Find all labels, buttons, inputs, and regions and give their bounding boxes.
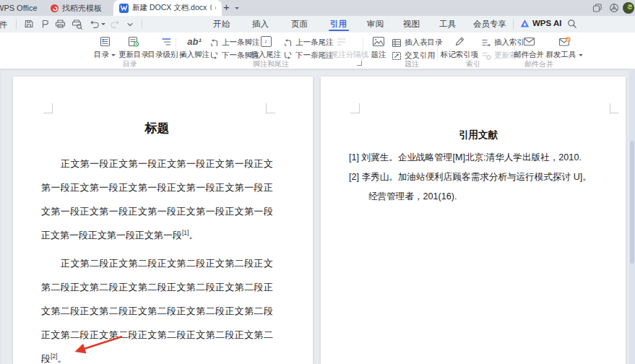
wps-ai-icon [520,19,530,28]
menu-insert[interactable]: 插入 [252,19,269,30]
footnote-group-label: 脚注和尾注 [238,59,303,69]
file-menu[interactable]: 文件 [0,20,7,30]
print-preview-icon[interactable] [72,19,83,30]
menu-home[interactable]: 开始 [213,19,230,30]
redo-icon[interactable] [111,20,120,29]
group-send-button[interactable]: 群发工具 [545,35,584,60]
margin-mark [350,103,360,113]
page-1[interactable]: 标题 正文第一段正文第一段正文第一段正文第一段正文 第一段正文第一段正文第一段正… [13,77,313,364]
mail-merge-button[interactable]: 邮件合并 [511,35,546,60]
divider [16,20,17,29]
index-group-label: 索引 [452,59,495,69]
mark-index-button[interactable]: 标记索引项 [439,35,480,60]
search-icon[interactable] [567,19,577,29]
menu-references[interactable]: 引用 [330,19,347,30]
footnote-separator-icon [336,35,347,48]
body-line: 第二段正文第二段正文第二段正文第二段正文第二段正 [41,275,273,299]
margin-mark [43,103,53,113]
insert-endnote-icon: i [261,35,272,48]
body-line: 文第一段正文第一段正文第一段正文第一段正文第一段 [41,199,273,223]
service-icon[interactable] [609,3,619,13]
avatar[interactable] [623,2,634,14]
menu-view[interactable]: 视图 [403,19,420,30]
export-pdf-icon[interactable] [40,19,50,29]
tab-docer-label: 找稻壳模板 [62,3,102,14]
screen-share-icon[interactable] [210,4,212,12]
group-separator [176,38,176,61]
references-heading: 引用文献 [349,129,608,142]
margin-mark [266,103,275,113]
reference-entry: [2] 李秀山。加油站便利店顾客需求分析与运行模式探讨 U]。 [349,168,592,187]
prev-footnote-icon [209,38,219,47]
menu-tools[interactable]: 工具 [439,19,456,30]
insert-footnote-button[interactable]: ab¹ 插入脚注 [178,35,210,60]
scrollbar-thumb[interactable] [630,141,634,264]
group-separator [437,38,438,61]
tab-app[interactable]: WPS Office [0,4,38,12]
document-title: 标题 [41,120,273,136]
body-line: 正文第一段正文第一段正文第一段正文第一段正文 [41,152,273,176]
caption-icon [372,35,385,48]
menu-page[interactable]: 页面 [291,19,308,30]
tab-document-label: 新建 DOCX 文档.docx [132,3,207,13]
body-line: 文第二段正文第二段正文第二段正文第二段正文第二段 [41,299,273,323]
unsaved-dot [215,6,216,9]
toolbar-more-caret[interactable] [126,22,134,27]
prev-endnote-icon [283,38,293,47]
vertical-scrollbar[interactable] [629,69,635,364]
body-line: 正文第一段正文第一段正文第一段[1]。 [41,223,273,247]
tab-docer[interactable]: 找稻壳模板 [51,0,112,16]
group-separator [363,38,363,61]
toc-level-icon [161,35,172,48]
caption-button[interactable]: 题注 [366,35,392,60]
toc-group-label: 目录 [108,59,152,69]
undo-caret[interactable] [101,23,105,25]
caption-group-label: 题注 [386,59,437,69]
reference-entry: [1] 刘冀生。企业战略管理[M]北京:清华人学出版社，2010. [349,148,582,168]
divider [513,20,514,29]
save-icon[interactable] [24,19,34,29]
next-footnote-icon [209,51,219,60]
window-tab-bar: WPS Office 找稻壳模板 新建 DOCX 文档.docx + [0,0,635,16]
new-tab-button[interactable]: + [223,1,230,13]
footnote-ref-1[interactable]: [1] [182,229,189,236]
tab-list-caret[interactable] [235,7,239,9]
table-of-figures-icon [392,38,402,48]
footnote-ref-2[interactable]: [2] [51,352,57,360]
wps-ai-label[interactable]: WPS AI [532,19,561,27]
dropdown-caret [579,54,583,56]
divider [142,20,142,29]
tab-document-active[interactable]: 新建 DOCX 文档.docx [113,0,222,16]
update-toc-icon [128,35,139,48]
dialog-launcher-icon[interactable] [357,61,362,66]
red-arrow-annotation [61,329,130,361]
print-icon[interactable] [55,19,66,29]
footnote-separator-button: 脚注/尾注分隔线 [319,35,363,60]
table-of-figures-button[interactable]: 插入表目录 [392,37,443,48]
insert-index-icon [481,38,491,47]
reference-entry: 经营管理者，201(16). [368,187,457,207]
insert-endnote-button[interactable]: i 插入尾注 [251,35,281,60]
page-2[interactable]: 引用文献 [1] 刘冀生。企业战略管理[M]北京:清华人学出版社，2010. [… [321,77,626,364]
body-line: 正文第二段正文第二段正文第二段正文第二段正文 [41,251,273,275]
mark-index-icon [454,35,465,48]
window-mode-icon[interactable] [592,3,602,13]
menu-review[interactable]: 审阅 [367,19,384,30]
insert-footnote-icon: ab¹ [187,35,202,48]
margin-mark [610,103,619,113]
menu-member[interactable]: 会员专享 [473,19,506,30]
undo-icon[interactable] [90,20,99,29]
toc-icon [100,35,111,48]
docer-icon [51,4,59,12]
body-line: 第一段正文第一段正文第一段正文第一段正文第一段正 [41,176,273,199]
group-send-icon [558,35,571,48]
mail-group-label: 邮件合并 [514,59,564,69]
mail-merge-icon [523,35,535,48]
wps-writer-icon [119,4,129,13]
